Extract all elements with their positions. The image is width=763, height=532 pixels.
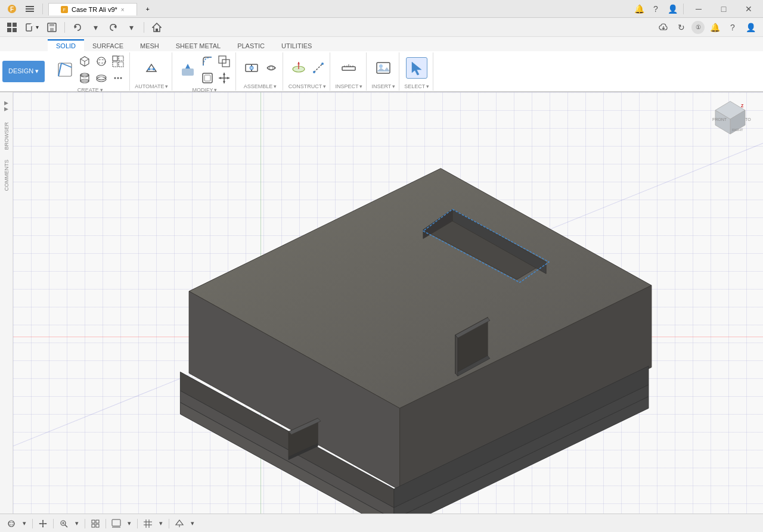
select-label[interactable]: SELECT ▾ — [404, 83, 429, 89]
more-icon[interactable] — [110, 70, 126, 86]
svg-point-42 — [120, 77, 122, 79]
ribbon-content: DESIGN ▾ — [0, 51, 763, 92]
canvas[interactable]: Z TOP FRONT RIGHT — [13, 92, 763, 514]
undo-btn[interactable] — [70, 20, 85, 35]
create-label[interactable]: CREATE ▾ — [77, 87, 103, 93]
sketch-icon[interactable] — [54, 59, 76, 80]
redo-dropdown[interactable]: ▾ — [124, 20, 138, 35]
motion-icon[interactable] — [263, 60, 279, 76]
grid2-dropdown[interactable]: ▾ — [188, 518, 197, 528]
svg-rect-7 — [7, 23, 11, 27]
app-icon[interactable]: F — [5, 2, 19, 16]
help-icon[interactable]: ? — [648, 1, 663, 17]
titlebar-right: 🔔 ? 👤 ─ □ ✕ — [631, 0, 763, 18]
fit-btn[interactable] — [89, 517, 102, 530]
select-icon[interactable] — [406, 57, 427, 79]
box-icon[interactable] — [77, 54, 92, 69]
combine-icon[interactable] — [216, 54, 232, 69]
app-menu-btn[interactable] — [23, 2, 37, 16]
cylinder-icon[interactable] — [77, 70, 92, 86]
modify-icons — [177, 54, 232, 86]
axis-icon[interactable] — [311, 60, 326, 76]
tab-plastic[interactable]: PLASTIC — [229, 39, 273, 51]
create-group: CREATE ▾ — [51, 52, 130, 91]
notification-icon[interactable]: 🔔 — [631, 1, 647, 17]
plane-icon[interactable] — [288, 57, 309, 79]
insert-image-icon[interactable] — [373, 57, 394, 79]
sphere-icon[interactable] — [94, 54, 109, 69]
top-toolbar: ▾ ▾ ▾ ↻ ① 🔔 ? 👤 — [0, 18, 763, 37]
insert-label[interactable]: INSERT ▾ — [371, 83, 395, 89]
svg-point-66 — [313, 71, 315, 73]
svg-text:F: F — [10, 6, 14, 13]
tab-sheet-metal[interactable]: SHEET METAL — [168, 39, 229, 51]
orbit-btn[interactable] — [5, 517, 18, 530]
display-dropdown[interactable]: ▾ — [125, 518, 134, 528]
torus-icon[interactable] — [94, 70, 109, 86]
grid2-btn[interactable] — [173, 517, 186, 530]
cloud-sync-icon[interactable] — [656, 20, 671, 35]
create-more-col — [94, 54, 109, 86]
svg-point-35 — [100, 77, 103, 79]
orbit-dropdown[interactable]: ▾ — [20, 518, 29, 528]
undo-dropdown[interactable]: ▾ — [88, 20, 103, 35]
shell-icon[interactable] — [200, 70, 215, 86]
modify-label[interactable]: MODIFY ▾ — [192, 87, 217, 93]
sep1 — [32, 519, 33, 528]
maximize-btn[interactable]: □ — [712, 0, 736, 18]
app-grid-btn[interactable] — [5, 20, 19, 35]
svg-rect-116 — [96, 520, 99, 523]
browser-label[interactable]: BROWSER — [2, 120, 11, 153]
tab-mesh[interactable]: MESH — [132, 39, 168, 51]
tab-surface[interactable]: SURFACE — [84, 39, 132, 51]
svg-point-60 — [250, 66, 253, 70]
user-icon[interactable]: 👤 — [665, 1, 680, 17]
svg-point-106 — [8, 522, 14, 525]
automate-label[interactable]: AUTOMATE ▾ — [135, 83, 168, 89]
expand-sidebar-btn[interactable]: ◀◀ — [4, 98, 10, 115]
measure-icon[interactable] — [338, 57, 359, 79]
tab-utilities[interactable]: UTILITIES — [273, 39, 320, 51]
save-btn[interactable] — [45, 20, 59, 35]
grid-btn[interactable] — [141, 517, 154, 530]
pan-btn[interactable] — [36, 517, 49, 530]
grid-dropdown[interactable]: ▾ — [157, 518, 165, 528]
comments-label[interactable]: COMMENTS — [2, 157, 11, 194]
fillet-icon[interactable] — [200, 54, 215, 69]
zoom-btn[interactable] — [57, 517, 70, 530]
home-btn[interactable] — [150, 20, 164, 35]
display-mode-btn[interactable] — [110, 517, 123, 530]
active-tab[interactable]: F Case TR Ali v9* × — [48, 3, 137, 15]
add-tab-btn[interactable]: + — [141, 2, 155, 16]
refresh-icon[interactable]: ↻ — [674, 20, 689, 35]
create-dropdown-icon: ▾ — [100, 87, 103, 93]
assemble-label[interactable]: ASSEMBLE ▾ — [244, 83, 277, 89]
zoom-dropdown[interactable]: ▾ — [73, 518, 81, 528]
svg-point-67 — [321, 63, 324, 65]
automate-icon[interactable] — [141, 57, 162, 79]
notifications-icon[interactable]: 🔔 — [707, 20, 722, 35]
file-menu-btn[interactable]: ▾ — [23, 20, 41, 35]
pattern-icon[interactable] — [110, 54, 126, 69]
minimize-btn[interactable]: ─ — [687, 0, 711, 18]
account-icon[interactable]: 👤 — [743, 20, 758, 35]
svg-rect-8 — [13, 23, 17, 27]
joint-icon[interactable] — [241, 57, 262, 79]
construct-label[interactable]: CONSTRUCT ▾ — [289, 83, 327, 89]
design-btn[interactable]: DESIGN ▾ — [2, 61, 45, 82]
tab-close-btn[interactable]: × — [121, 7, 125, 13]
inspect-label[interactable]: INSPECT ▾ — [335, 83, 362, 89]
svg-rect-19 — [156, 29, 158, 32]
close-btn[interactable]: ✕ — [737, 0, 761, 18]
modify-dropdown-icon: ▾ — [214, 87, 217, 93]
move-icon[interactable] — [216, 70, 232, 86]
help-menu-icon[interactable]: ? — [725, 20, 740, 35]
svg-rect-74 — [377, 63, 390, 73]
nav-cube[interactable]: Z TOP FRONT RIGHT — [709, 98, 751, 140]
press-pull-icon[interactable] — [177, 59, 198, 80]
redo-btn[interactable] — [106, 20, 120, 35]
user-count-icon[interactable]: ① — [691, 21, 705, 34]
model-3d[interactable] — [13, 92, 763, 514]
tab-solid[interactable]: SOLID — [48, 39, 84, 51]
svg-line-112 — [65, 525, 67, 527]
